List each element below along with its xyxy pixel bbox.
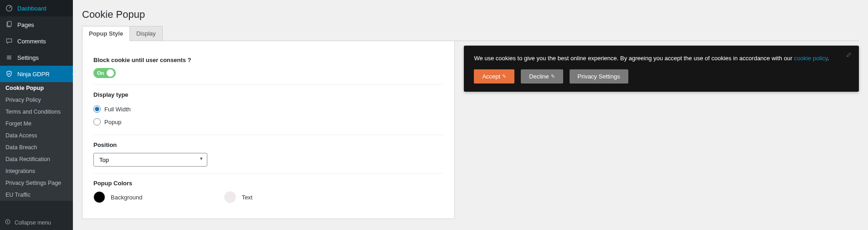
page-title: Cookie Popup — [82, 5, 859, 26]
radio-popup[interactable]: Popup — [93, 115, 443, 128]
display-type-label: Display type — [93, 91, 443, 98]
submenu-item-data-rectification[interactable]: Data Rectification — [0, 153, 73, 165]
block-cookie-label: Block cookie until user consents ? — [93, 57, 443, 63]
swatch-label: Background — [111, 194, 142, 201]
submenu-item-cookie-popup[interactable]: Cookie Popup — [0, 82, 73, 94]
submenu-item-privacy-policy[interactable]: Privacy Policy — [0, 94, 73, 106]
text-color-swatch[interactable] — [224, 191, 236, 203]
sidebar-item-dashboard[interactable]: Dashboard — [0, 0, 73, 16]
sidebar-label: Ninja GDPR — [17, 71, 50, 78]
shield-icon — [5, 69, 14, 78]
main-content: Cookie Popup Popup Style Display Block c… — [73, 0, 868, 230]
privacy-settings-button[interactable]: Privacy Settings — [570, 69, 628, 84]
field-position: Position Top — [93, 135, 443, 173]
popup-colors-label: Popup Colors — [93, 180, 443, 187]
field-display-type: Display type Full Width Popup — [93, 85, 443, 135]
submenu-item-eu-traffic[interactable]: EU Traffic — [0, 189, 73, 201]
accept-button[interactable]: Accept ✎ — [474, 69, 514, 84]
sidebar-item-settings[interactable]: Settings — [0, 49, 73, 66]
pencil-icon: ✎ — [551, 73, 555, 79]
pencil-icon — [846, 51, 853, 58]
color-background: Background — [93, 191, 142, 203]
toggle-knob-icon — [107, 69, 114, 77]
submenu-item-terms[interactable]: Terms and Conditions — [0, 106, 73, 118]
sidebar-item-pages[interactable]: Pages — [0, 16, 73, 33]
radio-label: Full Width — [104, 106, 131, 113]
admin-sidebar: Dashboard Pages Comments Settings Ninja … — [0, 0, 73, 230]
sidebar-item-comments[interactable]: Comments — [0, 33, 73, 49]
svg-rect-3 — [7, 56, 11, 57]
comments-icon — [5, 37, 14, 46]
submenu-item-integrations[interactable]: Integrations — [0, 165, 73, 177]
radio-label: Popup — [104, 119, 122, 125]
tab-popup-style[interactable]: Popup Style — [82, 26, 130, 41]
radio-full-width[interactable]: Full Width — [93, 103, 443, 115]
sidebar-label: Pages — [17, 21, 34, 28]
sidebar-label: Comments — [17, 38, 46, 45]
cookie-consent-text: We use cookies to give you the best onli… — [474, 54, 849, 63]
position-select[interactable]: Top — [93, 153, 207, 167]
field-popup-colors: Popup Colors Background Text — [93, 173, 443, 209]
toggle-state-label: On — [97, 70, 104, 76]
sidebar-label: Settings — [17, 54, 39, 61]
block-cookie-toggle[interactable]: On — [93, 68, 116, 78]
submenu-item-data-breach[interactable]: Data Breach — [0, 141, 73, 153]
cookie-bar-preview: We use cookies to give you the best onli… — [464, 46, 859, 92]
collapse-label: Collapse menu — [15, 220, 51, 226]
tab-display[interactable]: Display — [130, 26, 163, 41]
swatch-label: Text — [241, 194, 252, 201]
background-color-swatch[interactable] — [93, 191, 105, 203]
radio-full-width-input[interactable] — [93, 105, 101, 113]
sidebar-item-ninja-gdpr[interactable]: Ninja GDPR — [0, 66, 73, 82]
color-text: Text — [224, 191, 252, 203]
pages-icon — [5, 20, 14, 29]
cookie-actions: Accept ✎ Decline ✎ Privacy Settings — [474, 69, 849, 84]
sidebar-label: Dashboard — [17, 5, 46, 12]
preview-panel: We use cookies to give you the best onli… — [464, 41, 859, 92]
pencil-icon: ✎ — [502, 73, 506, 79]
submenu-item-privacy-settings-page[interactable]: Privacy Settings Page — [0, 177, 73, 189]
dashboard-icon — [5, 4, 14, 13]
svg-rect-2 — [8, 21, 11, 26]
decline-button[interactable]: Decline ✎ — [521, 69, 563, 84]
svg-rect-4 — [7, 57, 11, 58]
position-label: Position — [93, 141, 443, 148]
svg-point-6 — [5, 220, 10, 224]
svg-rect-5 — [7, 58, 11, 59]
edit-cookie-text-button[interactable] — [846, 51, 853, 59]
radio-popup-input[interactable] — [93, 118, 101, 125]
field-block-cookie: Block cookie until user consents ? On — [93, 50, 443, 85]
cookie-policy-link[interactable]: cookie policy — [794, 55, 827, 62]
collapse-icon — [5, 219, 11, 226]
submenu-item-forget-me[interactable]: Forget Me — [0, 118, 73, 130]
submenu-item-data-access[interactable]: Data Access — [0, 130, 73, 141]
settings-icon — [5, 53, 14, 62]
settings-tabs: Popup Style Display — [82, 26, 859, 41]
collapse-menu-button[interactable]: Collapse menu — [0, 215, 73, 230]
settings-panel: Block cookie until user consents ? On Di… — [82, 41, 455, 219]
sidebar-submenu: Cookie Popup Privacy Policy Terms and Co… — [0, 82, 73, 201]
